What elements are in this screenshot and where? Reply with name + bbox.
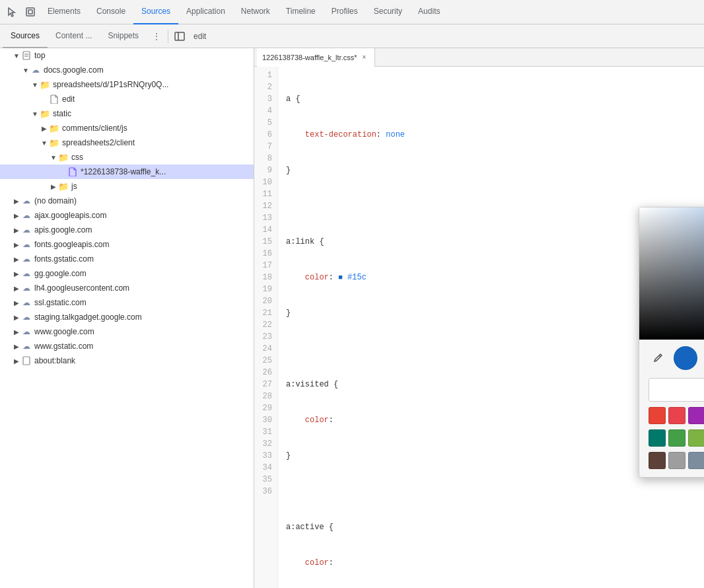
svg-rect-2: [175, 32, 184, 40]
tree-item-css[interactable]: ▼ 📁 css: [0, 150, 254, 165]
arrow-ajax-googleapis: ▶: [12, 211, 21, 220]
devtools-tab-bar: Elements Console Sources Application Net…: [0, 0, 704, 24]
file-tree-sidebar: ▼ top ▼ ☁ docs.google.com ▼ 📁 spreadshee…: [0, 48, 254, 588]
swatch-pink[interactable]: [668, 407, 686, 424]
eyedropper-button[interactable]: [649, 349, 667, 367]
swatch-light-green[interactable]: [688, 429, 704, 447]
swatch-red[interactable]: [649, 407, 666, 424]
file-icon-edit: [49, 94, 59, 104]
tree-label-top: top: [34, 51, 46, 60]
tree-item-lh4-googleusercontent[interactable]: ▶ ☁ lh4.googleusercontent.com: [0, 281, 254, 295]
tree-label-www-gstatic: www.gstatic.com: [34, 342, 93, 351]
tree-label-fonts-gstatic: fonts.gstatic.com: [34, 254, 94, 264]
tree-item-edit[interactable]: ▶ edit: [0, 92, 254, 106]
cloud-icon-fonts-googleapis: ☁: [21, 239, 32, 250]
folder-icon-css: 📁: [58, 152, 69, 163]
tree-label-about-blank: about:blank: [34, 356, 75, 365]
arrow-lh4-googleusercontent: ▶: [12, 283, 21, 293]
hex-input-wrap[interactable]: #15c HEX: [649, 378, 704, 402]
sources-panel-tab-snippets[interactable]: Snippets: [100, 24, 147, 48]
tree-item-gg-google[interactable]: ▶ ☁ gg.google.com: [0, 266, 254, 281]
tree-item-fonts-gstatic[interactable]: ▶ ☁ fonts.gstatic.com: [0, 252, 254, 266]
tree-label-spreadsheets2-client: spreadsheets2/client: [62, 138, 135, 147]
cloud-icon-www-google: ☁: [21, 326, 32, 337]
tab-elements[interactable]: Elements: [40, 0, 88, 24]
arrow-about-blank: ▶: [12, 356, 21, 365]
tree-item-static[interactable]: ▼ 📁 static: [0, 106, 254, 121]
sources-toolbar: Sources Content ... Snippets ⋮ edit: [0, 24, 704, 48]
tree-item-comments-client-js[interactable]: ▶ 📁 comments/client/js: [0, 121, 254, 135]
tree-label-spreadsheets: spreadsheets/d/1P1sRNQry0Q...: [53, 80, 168, 89]
tab-application[interactable]: Application: [178, 0, 233, 24]
tree-item-spreadsheets2-client[interactable]: ▼ 📁 spreadsheets2/client: [0, 135, 254, 150]
color-swatch-preview: [674, 346, 697, 370]
arrow-www-gstatic: ▶: [12, 342, 21, 351]
svg-rect-1: [28, 10, 32, 14]
hex-input-row: #15c HEX ▲ ▼: [649, 378, 704, 402]
tree-item-js[interactable]: ▶ 📁 js: [0, 179, 254, 194]
folder-icon-spreadsheets: 📁: [40, 79, 50, 90]
tree-label-docs-google: docs.google.com: [44, 65, 104, 75]
swatch-green-dark[interactable]: [649, 429, 666, 447]
tree-item-about-blank[interactable]: ▶ about:blank: [0, 353, 254, 368]
editor-tabs-bar: 1226138738-waffle_k_ltr.css* ×: [254, 48, 704, 67]
tab-profiles[interactable]: Profiles: [324, 0, 366, 24]
arrow-www-google: ▶: [12, 327, 21, 336]
cursor-icon[interactable]: [3, 3, 21, 21]
tree-label-ssl-gstatic: ssl.gstatic.com: [34, 298, 87, 307]
swatch-blue-grey[interactable]: [688, 452, 704, 469]
color-spectrum[interactable]: [639, 207, 704, 340]
editor-tab-file[interactable]: 1226138738-waffle_k_ltr.css* ×: [257, 48, 375, 67]
tab-audits[interactable]: Audits: [410, 0, 448, 24]
tree-item-ajax-googleapis[interactable]: ▶ ☁ ajax.googleapis.com: [0, 208, 254, 223]
sources-panel-tab-sources[interactable]: Sources: [3, 24, 48, 48]
more-tabs-button[interactable]: ⋮: [148, 28, 165, 45]
arrow-top: ▼: [12, 51, 21, 60]
swatch-grey[interactable]: [668, 452, 686, 469]
tab-console[interactable]: Console: [88, 0, 133, 24]
tree-item-spreadsheets[interactable]: ▼ 📁 spreadsheets/d/1P1sRNQry0Q...: [0, 77, 254, 92]
tab-sources[interactable]: Sources: [133, 0, 178, 24]
tree-label-css: css: [71, 153, 83, 162]
tab-security[interactable]: Security: [366, 0, 410, 24]
tree-item-waffle-css[interactable]: ▶ *1226138738-waffle_k...: [0, 165, 254, 179]
tree-item-www-gstatic[interactable]: ▶ ☁ www.gstatic.com: [0, 339, 254, 353]
tree-item-apis-googleapis[interactable]: ▶ ☁ apis.google.com: [0, 223, 254, 237]
code-line-14: color:: [286, 557, 696, 569]
swatch-brown[interactable]: [649, 452, 666, 469]
cloud-icon-www-gstatic: ☁: [21, 341, 32, 351]
cloud-icon-docs-google: ☁: [30, 65, 41, 75]
tree-label-gg-google: gg.google.com: [34, 269, 87, 278]
toggle-sidebar-icon[interactable]: [171, 28, 188, 45]
editor-tab-filename: 1226138738-waffle_k_ltr.css*: [262, 54, 357, 61]
swatch-green[interactable]: [668, 429, 686, 447]
code-line-5: a:link {: [286, 236, 696, 248]
page-icon-about-blank: [21, 355, 32, 366]
editor-tab-close-button[interactable]: ×: [360, 53, 369, 62]
tree-item-no-domain[interactable]: ▶ ☁ (no domain): [0, 194, 254, 208]
tree-item-docs-google[interactable]: ▼ ☁ docs.google.com: [0, 63, 254, 77]
tab-network[interactable]: Network: [233, 0, 278, 24]
file-purple-icon-waffle-css: [67, 166, 78, 177]
tab-timeline[interactable]: Timeline: [278, 0, 324, 24]
arrow-spreadsheets2-client: ▼: [40, 138, 49, 147]
code-container[interactable]: 12345 678910 1112131415 1617181920 21222…: [254, 67, 704, 588]
tree-label-comments-client-js: comments/client/js: [62, 124, 127, 133]
tree-label-no-domain: (no domain): [34, 196, 77, 205]
arrow-fonts-gstatic: ▶: [12, 254, 21, 264]
sources-panel-tab-content[interactable]: Content ...: [48, 24, 100, 48]
swatch-purple[interactable]: [688, 407, 704, 424]
tree-label-fonts-googleapis: fonts.googleapis.com: [34, 240, 109, 249]
cloud-icon-no-domain: ☁: [21, 196, 32, 206]
tree-item-ssl-gstatic[interactable]: ▶ ☁ ssl.gstatic.com: [0, 295, 254, 310]
tree-item-staging-talkgadget[interactable]: ▶ ☁ staging.talkgadget.google.com: [0, 310, 254, 324]
tree-label-js: js: [71, 182, 77, 191]
arrow-no-domain: ▶: [12, 196, 21, 205]
code-line-9: a:visited {: [286, 379, 696, 390]
arrow-docs-google: ▼: [21, 65, 30, 75]
tree-item-top[interactable]: ▼ top: [0, 48, 254, 63]
inspect-icon[interactable]: [21, 3, 40, 21]
tree-item-fonts-googleapis[interactable]: ▶ ☁ fonts.googleapis.com: [0, 237, 254, 252]
tree-item-www-google[interactable]: ▶ ☁ www.google.com: [0, 324, 254, 339]
arrow-css: ▼: [49, 153, 58, 162]
